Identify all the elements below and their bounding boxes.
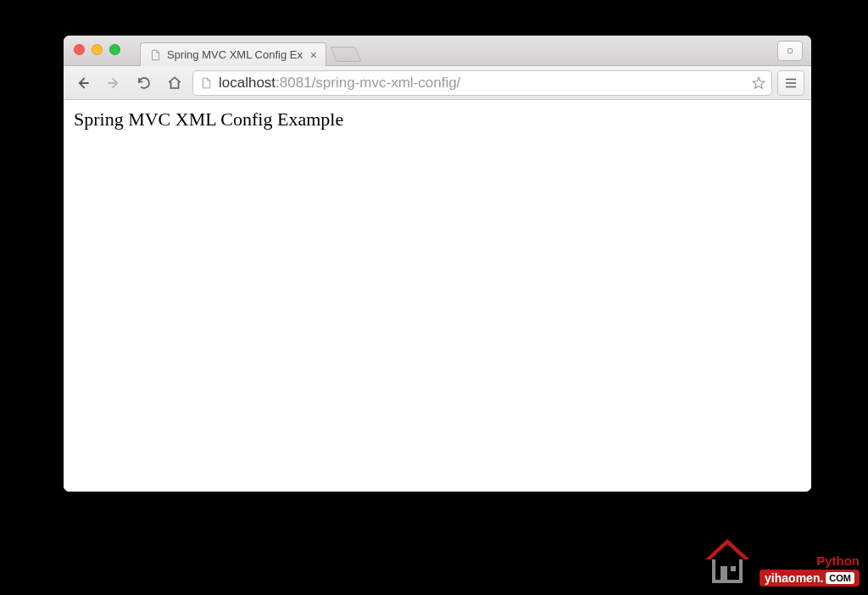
- url-text[interactable]: localhost:8081/spring-mvc-xml-config/: [219, 75, 744, 92]
- page-icon: [149, 49, 161, 61]
- watermark-text: Python yihaomen. COM: [760, 553, 860, 587]
- home-button[interactable]: [162, 71, 187, 95]
- url-host: localhost: [219, 75, 275, 91]
- house-icon: [700, 537, 754, 587]
- svg-rect-5: [712, 580, 743, 583]
- back-button[interactable]: [70, 71, 96, 95]
- watermark-com: COM: [826, 572, 854, 584]
- tab-active[interactable]: Spring MVC XML Config Ex ×: [140, 42, 326, 66]
- profile-button[interactable]: [777, 41, 803, 61]
- toolbar: localhost:8081/spring-mvc-xml-config/: [64, 66, 811, 100]
- watermark-domain-name: yihaomen.: [765, 571, 823, 585]
- forward-button[interactable]: [101, 71, 126, 95]
- page-viewport: Spring MVC XML Config Example: [64, 100, 811, 492]
- reload-button[interactable]: [131, 71, 157, 95]
- svg-rect-6: [721, 566, 727, 580]
- new-tab-button[interactable]: [330, 47, 361, 62]
- svg-rect-4: [739, 559, 743, 583]
- titlebar: Spring MVC XML Config Ex ×: [64, 36, 811, 66]
- svg-marker-2: [705, 539, 749, 559]
- svg-rect-7: [731, 566, 736, 571]
- tab-title: Spring MVC XML Config Ex: [167, 48, 304, 61]
- svg-rect-0: [788, 49, 793, 53]
- url-path: :8081/spring-mvc-xml-config/: [275, 75, 460, 91]
- window-controls: [74, 44, 120, 55]
- watermark-domain: yihaomen. COM: [760, 570, 860, 587]
- maximize-window-button[interactable]: [109, 44, 120, 55]
- minimize-window-button[interactable]: [92, 44, 103, 55]
- page-body-text: Spring MVC XML Config Example: [74, 108, 801, 131]
- close-tab-icon[interactable]: ×: [310, 49, 317, 61]
- browser-window: Spring MVC XML Config Ex ×: [64, 36, 811, 492]
- watermark-label: Python: [816, 553, 860, 568]
- close-window-button[interactable]: [74, 44, 85, 55]
- svg-rect-3: [712, 559, 715, 583]
- watermark: Python yihaomen. COM: [700, 537, 860, 587]
- address-bar[interactable]: localhost:8081/spring-mvc-xml-config/: [192, 70, 772, 96]
- tab-strip: Spring MVC XML Config Ex ×: [140, 36, 359, 65]
- menu-button[interactable]: [777, 70, 804, 96]
- page-icon: [200, 77, 212, 89]
- bookmark-star-icon[interactable]: [751, 75, 766, 91]
